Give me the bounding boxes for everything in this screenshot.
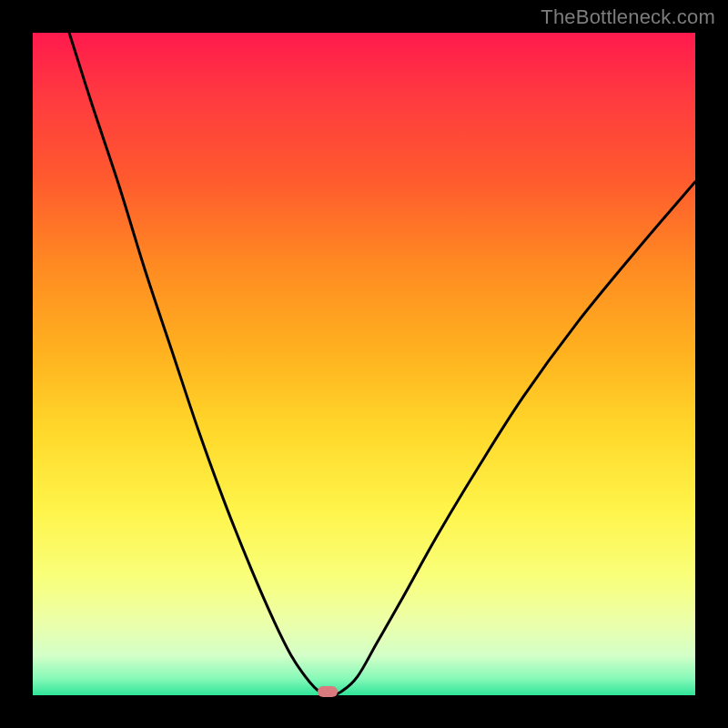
- bottleneck-curve: [33, 33, 695, 695]
- minimum-marker: [318, 686, 338, 697]
- outer-frame: TheBottleneck.com: [0, 0, 728, 728]
- plot-area: [33, 33, 695, 695]
- watermark-text: TheBottleneck.com: [541, 5, 715, 29]
